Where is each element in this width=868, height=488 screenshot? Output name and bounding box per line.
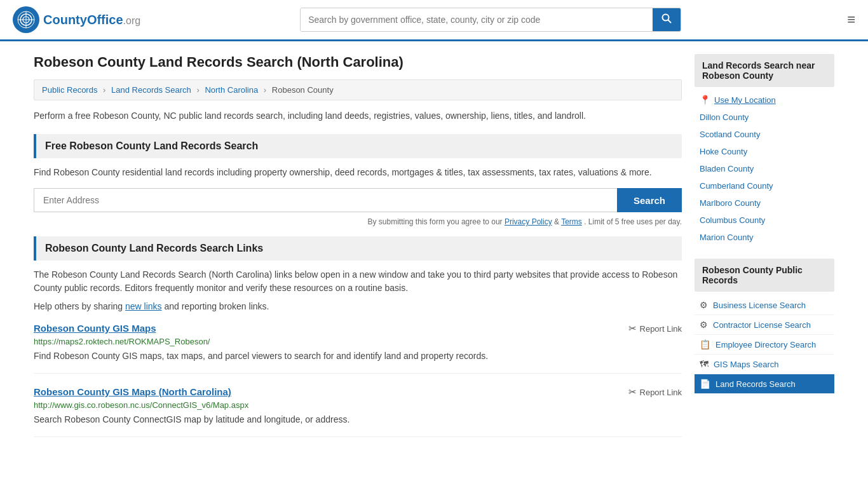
public-record-link[interactable]: Contractor License Search bbox=[713, 320, 811, 330]
free-search-description: Find Robeson County residential land rec… bbox=[34, 166, 682, 179]
report-icon: ✂ bbox=[628, 386, 637, 398]
link-card-header: Robeson County GIS Maps (North Carolina)… bbox=[34, 386, 682, 398]
link-card-description: Find Robeson County GIS maps, tax maps, … bbox=[34, 349, 682, 363]
sidebar-county-link-item[interactable]: Marion County bbox=[695, 229, 834, 246]
hamburger-menu-icon[interactable]: ≡ bbox=[847, 11, 855, 28]
address-search-button[interactable]: Search bbox=[617, 188, 682, 212]
link-card-title[interactable]: Robeson County GIS Maps (North Carolina) bbox=[34, 386, 231, 397]
breadcrumb: Public Records › Land Records Search › N… bbox=[34, 79, 682, 100]
link-card-url[interactable]: https://maps2.roktech.net/ROKMAPS_Robeso… bbox=[34, 337, 682, 346]
county-link[interactable]: Marion County bbox=[700, 233, 754, 242]
sidebar-county-link-item[interactable]: Columbus County bbox=[695, 212, 834, 229]
sidebar-county-link-item[interactable]: Hoke County bbox=[695, 143, 834, 160]
global-search-bar bbox=[300, 8, 681, 32]
links-section-heading: Robeson County Land Records Search Links bbox=[34, 236, 682, 261]
link-card-header: Robeson County GIS Maps ✂ Report Link bbox=[34, 323, 682, 334]
global-search-input[interactable] bbox=[301, 8, 653, 31]
address-search-row: Search bbox=[34, 188, 682, 212]
site-header: CountyOffice.org ≡ bbox=[0, 0, 868, 41]
breadcrumb-robeson-county: Robeson County bbox=[272, 85, 334, 95]
page-title: Robeson County Land Records Search (Nort… bbox=[34, 54, 682, 71]
content-area: Robeson County Land Records Search (Nort… bbox=[34, 54, 682, 450]
public-record-link[interactable]: Land Records Search bbox=[715, 379, 796, 389]
links-section: Robeson County Land Records Search Links… bbox=[34, 236, 682, 437]
public-record-icon: 🗺 bbox=[700, 359, 709, 369]
public-record-link[interactable]: GIS Maps Search bbox=[714, 360, 779, 369]
report-link-button[interactable]: ✂ Report Link bbox=[628, 386, 682, 398]
sidebar-public-record-link[interactable]: 📄 Land Records Search bbox=[695, 374, 834, 394]
free-search-heading: Free Robeson County Land Records Search bbox=[34, 134, 682, 158]
links-share-text: Help others by sharing new links and rep… bbox=[34, 301, 682, 311]
link-card: Robeson County GIS Maps ✂ Report Link ht… bbox=[34, 323, 682, 374]
main-container: Robeson County Land Records Search (Nort… bbox=[21, 41, 847, 463]
sidebar-county-link-item[interactable]: Dillon County bbox=[695, 109, 834, 126]
public-record-icon: ⚙ bbox=[700, 320, 708, 330]
link-cards-container: Robeson County GIS Maps ✂ Report Link ht… bbox=[34, 323, 682, 437]
link-card: Robeson County GIS Maps (North Carolina)… bbox=[34, 386, 682, 437]
sidebar-public-record-link[interactable]: 📋 Employee Directory Search bbox=[695, 335, 834, 355]
breadcrumb-public-records[interactable]: Public Records bbox=[42, 85, 97, 95]
nearby-counties-container: Dillon CountyScotland CountyHoke CountyB… bbox=[695, 109, 834, 246]
public-record-icon: 📋 bbox=[700, 339, 710, 349]
sidebar-county-link-item[interactable]: Cumberland County bbox=[695, 177, 834, 194]
public-record-icon: 📄 bbox=[700, 379, 710, 389]
sidebar-county-link-item[interactable]: Scotland County bbox=[695, 126, 834, 143]
logo-text: CountyOffice.org bbox=[43, 13, 140, 27]
county-link[interactable]: Scotland County bbox=[700, 130, 760, 139]
sidebar: Land Records Search near Robeson County … bbox=[695, 54, 834, 450]
public-record-icon: ⚙ bbox=[700, 300, 708, 310]
county-link[interactable]: Marlboro County bbox=[700, 198, 761, 208]
sidebar-nearby-section: Land Records Search near Robeson County … bbox=[695, 54, 834, 246]
sidebar-public-record-link[interactable]: ⚙ Business License Search bbox=[695, 295, 834, 315]
sidebar-county-link-item[interactable]: Marlboro County bbox=[695, 194, 834, 212]
breadcrumb-north-carolina[interactable]: North Carolina bbox=[205, 85, 258, 95]
free-search-section: Free Robeson County Land Records Search … bbox=[34, 134, 682, 226]
form-terms: By submitting this form you agree to our… bbox=[34, 217, 682, 226]
breadcrumb-land-records[interactable]: Land Records Search bbox=[111, 85, 191, 95]
location-pin-icon: 📍 bbox=[700, 95, 710, 105]
public-record-link[interactable]: Employee Directory Search bbox=[715, 340, 816, 349]
report-link-button[interactable]: ✂ Report Link bbox=[628, 323, 682, 334]
county-link[interactable]: Hoke County bbox=[700, 147, 747, 156]
sidebar-public-record-link[interactable]: ⚙ Contractor License Search bbox=[695, 315, 834, 335]
use-location-item[interactable]: 📍 Use My Location bbox=[695, 91, 834, 109]
county-link[interactable]: Dillon County bbox=[700, 112, 749, 122]
county-link[interactable]: Cumberland County bbox=[700, 181, 773, 191]
link-card-description: Search Robeson County ConnectGIS map by … bbox=[34, 413, 682, 426]
global-search-button[interactable] bbox=[653, 8, 681, 31]
sidebar-public-records-section: Robeson County Public Records ⚙ Business… bbox=[695, 259, 834, 394]
link-card-title[interactable]: Robeson County GIS Maps bbox=[34, 323, 156, 334]
links-section-description: The Robeson County Land Records Search (… bbox=[34, 268, 682, 295]
new-links-link[interactable]: new links bbox=[125, 301, 162, 311]
link-card-url[interactable]: http://www.gis.co.robeson.nc.us/ConnectG… bbox=[34, 400, 682, 410]
sidebar-county-link-item[interactable]: Bladen County bbox=[695, 160, 834, 177]
svg-line-6 bbox=[668, 20, 671, 23]
logo-icon bbox=[13, 6, 39, 33]
privacy-policy-link[interactable]: Privacy Policy bbox=[505, 217, 552, 226]
report-icon: ✂ bbox=[628, 323, 637, 334]
sidebar-public-records-heading: Robeson County Public Records bbox=[695, 259, 834, 292]
page-description: Perform a free Robeson County, NC public… bbox=[34, 109, 682, 123]
logo[interactable]: CountyOffice.org bbox=[13, 6, 140, 33]
address-search-input[interactable] bbox=[34, 188, 617, 212]
public-record-link[interactable]: Business License Search bbox=[713, 301, 806, 310]
terms-link[interactable]: Terms bbox=[561, 217, 582, 226]
county-link[interactable]: Bladen County bbox=[700, 164, 754, 173]
sidebar-public-record-link[interactable]: 🗺 GIS Maps Search bbox=[695, 355, 834, 374]
use-location-link[interactable]: Use My Location bbox=[714, 95, 776, 105]
county-link[interactable]: Columbus County bbox=[700, 215, 765, 225]
sidebar-nearby-heading: Land Records Search near Robeson County bbox=[695, 54, 834, 87]
public-records-container: ⚙ Business License Search ⚙ Contractor L… bbox=[695, 295, 834, 394]
